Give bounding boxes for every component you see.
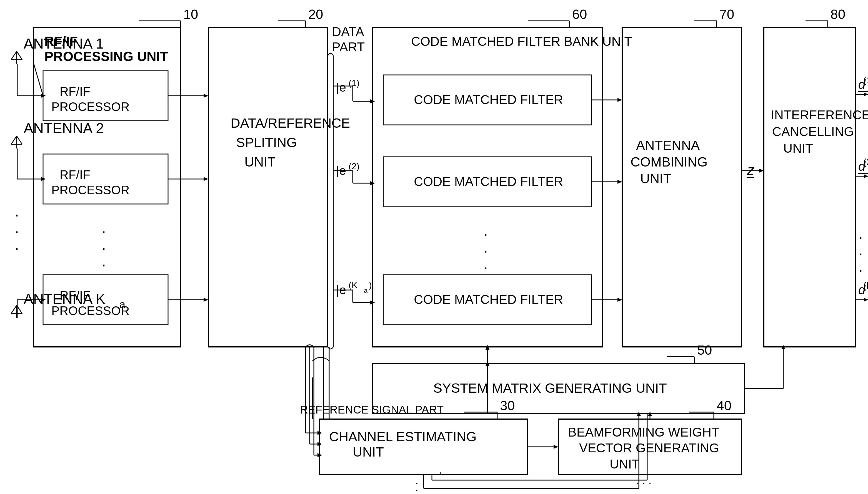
processorKa-label-line2: PROCESSOR <box>51 304 129 318</box>
block60-number: 60 <box>572 7 587 22</box>
signal-e1: |e <box>336 80 346 94</box>
block40-label-line1: BEAMFORMING WEIGHT <box>568 425 719 439</box>
block10-label-line2: PROCESSING UNIT <box>44 49 168 64</box>
z-label: z <box>746 163 754 178</box>
dots-bwv-1: . . . <box>636 474 652 487</box>
dots-block60-3: . <box>483 254 488 273</box>
block70-label-line3: UNIT <box>640 171 671 186</box>
block40-number: 40 <box>717 398 731 413</box>
processor2-label-line2: PROCESSOR <box>51 183 129 197</box>
cmfKa-label: CODE MATCHED FILTER <box>414 292 563 307</box>
cmf2-label: CODE MATCHED FILTER <box>414 174 563 189</box>
dots-block10-3: . <box>101 251 106 270</box>
block10-number: 10 <box>183 7 198 22</box>
dots-out-1: . <box>858 224 863 242</box>
block80-number: 80 <box>831 7 845 22</box>
block70-number: 70 <box>719 7 734 22</box>
output-dK-super: (k) <box>863 280 868 290</box>
block20-label-line2: SPLITING <box>236 135 297 150</box>
signal-eka-sub: a <box>364 287 368 294</box>
dots2: . <box>15 218 19 237</box>
processorKa-label-line1: RF/IF <box>60 289 90 302</box>
block30-label-line2: UNIT <box>353 444 384 459</box>
signal-e1-super: (1) <box>349 78 359 88</box>
block20-label-line3: UNIT <box>244 155 276 169</box>
block30-number: 30 <box>500 398 515 413</box>
dots-block10-1: . <box>101 218 106 237</box>
signal-eka-close: ) <box>369 280 372 290</box>
dots-block60-2: . <box>483 238 488 256</box>
processor1-label-line2: PROCESSOR <box>51 100 129 114</box>
data-part-label2: PART <box>332 40 365 54</box>
diagram-container: ANTENNA 1 ANTENNA 2 ANTENNA K a . . . 10… <box>0 0 868 494</box>
block80-label-line1: INTERFERENCE <box>771 108 868 122</box>
block10-label-line1: RF/IF <box>44 34 78 49</box>
block30-label-line1: CHANNEL ESTIMATING <box>329 429 477 444</box>
block70-label-line2: COMBINING <box>630 155 707 169</box>
dots3: . <box>15 235 19 253</box>
dots-block10-2: . <box>101 235 106 253</box>
block40-label-line3: UNIT <box>610 457 640 471</box>
block50-label: SYSTEM MATRIX GENERATING UNIT <box>433 381 667 396</box>
block80-label-line2: CANCELLING <box>772 124 854 139</box>
output-d1-super: (1) <box>863 75 868 85</box>
block20-label-line1: DATA/REFERENCE <box>230 116 350 130</box>
dots-ch-2: . <box>415 481 418 493</box>
signal-eka-super: (K <box>349 280 357 290</box>
block60-label: CODE MATCHED FILTER BANK UNIT <box>411 34 632 49</box>
block20-number: 20 <box>308 7 323 22</box>
svg-rect-0 <box>0 0 868 494</box>
ref-signal-label: REFERENCE SIGNAL PART <box>300 403 444 416</box>
block70-label-line1: ANTENNA <box>636 138 700 153</box>
block80-label-line3: UNIT <box>783 141 813 155</box>
dots-block60-1: . <box>483 221 488 240</box>
cmf1-label: CODE MATCHED FILTER <box>414 92 563 107</box>
processor2-label-line1: RF/IF <box>60 168 90 182</box>
dots1: . <box>15 202 19 220</box>
dots-out-3: . <box>858 257 863 276</box>
processor1-label-line1: RF/IF <box>60 84 90 98</box>
output-d2-super: (2) <box>863 156 868 167</box>
data-part-label: DATA <box>332 24 364 39</box>
block50-number: 50 <box>697 343 712 358</box>
block40-label-line2: VECTOR GENERATING <box>579 441 719 455</box>
antenna2-label: ANTENNA 2 <box>24 120 104 136</box>
signal-e2-super: (2) <box>349 161 359 171</box>
dots-out-2: . <box>858 240 863 259</box>
